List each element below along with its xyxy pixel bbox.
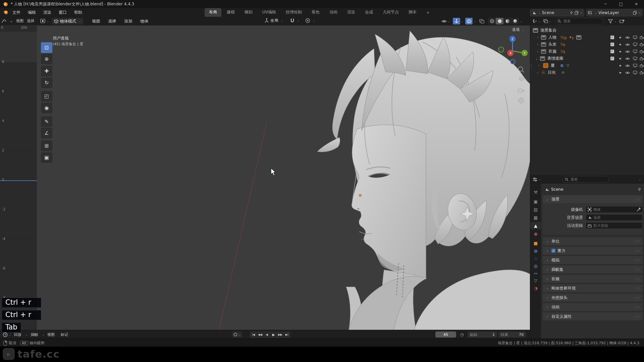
mesh-data-icon[interactable]: ▽ xyxy=(567,63,569,68)
graph-menu-select[interactable]: 选择 xyxy=(25,18,36,23)
row-label[interactable]: 头发 xyxy=(548,42,556,47)
chevron-down-icon[interactable]: ⌄ xyxy=(639,178,641,181)
jump-to-start-button[interactable]: |◀ xyxy=(250,332,257,338)
next-keyframe-button[interactable]: ▶▶ xyxy=(277,332,283,338)
filter-icon[interactable] xyxy=(608,19,613,23)
properties-search[interactable] xyxy=(562,176,609,183)
outliner-row-scene-collection[interactable]: 场景集合 xyxy=(530,27,644,34)
properties-editor-icon[interactable] xyxy=(532,177,538,182)
tab-particles[interactable]: ∴ xyxy=(530,255,541,262)
drag-grip-icon[interactable]: ∷∷ xyxy=(635,305,640,309)
hide-eye-icon[interactable] xyxy=(624,49,631,55)
selectable-icon[interactable]: ➤ xyxy=(617,49,624,55)
disable-render-icon[interactable] xyxy=(638,35,644,41)
play-button[interactable]: ▶ xyxy=(270,332,277,338)
prev-frame-button[interactable]: ◀ xyxy=(264,332,270,338)
hide-eye-icon[interactable] xyxy=(624,70,631,76)
drag-grip-icon[interactable]: ∷∷ xyxy=(635,315,640,318)
outliner-row-clothes[interactable]: › 衣服 ▽9 ✓ ➤ xyxy=(530,48,644,55)
selectable-icon[interactable]: ➤ xyxy=(617,56,624,62)
jump-to-end-button[interactable]: ▶| xyxy=(284,332,290,338)
tool-select-box[interactable]: ⊡ xyxy=(41,42,52,53)
shading-wireframe-button[interactable] xyxy=(488,18,496,24)
tab-scripting[interactable]: 脚本 xyxy=(404,8,421,17)
frame-end-field[interactable]: 结束70 xyxy=(498,331,526,338)
tab-shading[interactable]: 着色 xyxy=(307,8,324,17)
outliner-search[interactable] xyxy=(555,18,603,24)
expand-icon[interactable]: › xyxy=(536,43,540,46)
scene-name[interactable]: Scene xyxy=(542,10,568,15)
tab-physics[interactable]: ◎ xyxy=(530,262,541,269)
timeline-menu-playback[interactable]: 回放 xyxy=(11,332,24,337)
outliner-row-expression[interactable]: ⌄ 表情图案 ✓ ➤ xyxy=(530,55,644,62)
tool-scale[interactable]: ◰ xyxy=(41,91,52,102)
tab-constraints[interactable]: ∾ xyxy=(530,269,541,277)
row-label[interactable]: 场景集合 xyxy=(540,27,556,33)
display-mode-icon[interactable] xyxy=(543,19,548,23)
disable-render-icon[interactable] xyxy=(638,56,644,62)
remove-viewlayer-icon[interactable]: × xyxy=(638,11,641,15)
tab-tool[interactable]: ⚒ xyxy=(530,188,541,196)
editor-type-icon[interactable] xyxy=(40,19,46,23)
tab-material[interactable]: ◑ xyxy=(530,284,541,292)
visibility-eye-icon[interactable] xyxy=(441,19,447,23)
tab-layout[interactable]: 布局 xyxy=(205,8,221,17)
row-label[interactable]: 星 xyxy=(551,63,555,68)
menu-render[interactable]: 渲染 xyxy=(40,8,55,17)
frame-start-field[interactable]: 起始1 xyxy=(468,331,497,338)
viewport-menu-add[interactable]: 添加 xyxy=(120,18,136,24)
disable-viewport-icon[interactable] xyxy=(632,56,638,62)
sun-light-data-icon[interactable]: ☼ xyxy=(561,70,565,75)
overlays-toggle[interactable] xyxy=(465,18,473,24)
viewlayer-name[interactable]: ViewLayer xyxy=(598,10,632,15)
scene-selector[interactable]: ⌄ Scene × xyxy=(530,9,584,16)
collapse-icon[interactable]: ⌄ xyxy=(535,57,539,60)
hide-eye-icon[interactable] xyxy=(624,56,631,62)
tool-add-cube[interactable]: ⊞ xyxy=(41,140,52,151)
tab-output[interactable]: ▤ xyxy=(530,206,541,213)
outliner-row-character[interactable]: › 人物 ▽25 ✶2 ✓ ➤ xyxy=(530,34,644,41)
outliner-row-hair[interactable]: › 头发 ▽9 ✓ ➤ xyxy=(530,41,644,48)
tab-object-data[interactable]: ▽ xyxy=(530,277,541,284)
blender-menu-icon[interactable] xyxy=(3,10,9,15)
tab-animation[interactable]: 动画 xyxy=(325,8,342,17)
tab-sculpting[interactable]: 雕刻 xyxy=(240,8,257,17)
viewport-menu-view[interactable]: 视图 xyxy=(88,18,104,24)
tool-move[interactable]: ✚ xyxy=(41,66,52,76)
menu-window[interactable]: 窗口 xyxy=(55,8,70,17)
drag-grip-icon[interactable]: ∷∷ xyxy=(635,277,640,281)
close-button[interactable]: × xyxy=(629,0,644,8)
navigation-gizmo[interactable]: Z X Y xyxy=(497,34,529,67)
xray-toggle[interactable] xyxy=(478,18,485,24)
drag-grip-icon[interactable]: ∷∷ xyxy=(635,258,640,262)
selectable-icon[interactable]: ➤ xyxy=(617,63,624,69)
tab-compositing[interactable]: 合成 xyxy=(361,8,377,17)
tab-modifiers[interactable]: ⚙ xyxy=(530,247,541,255)
panel-units[interactable]: ›单位∷∷ xyxy=(543,237,643,245)
hide-eye-icon[interactable] xyxy=(624,42,631,48)
drag-grip-icon[interactable]: ∷∷ xyxy=(635,249,640,253)
exclude-checkbox[interactable]: ✓ xyxy=(609,49,615,55)
expand-icon[interactable]: › xyxy=(536,71,540,74)
row-label[interactable]: 日光 xyxy=(548,70,556,75)
tab-world[interactable]: ◉ xyxy=(530,230,541,237)
tool-add-primitive[interactable]: ▣ xyxy=(41,152,52,163)
background-scene-field[interactable]: 场景 xyxy=(586,214,643,221)
panel-gravity[interactable]: ›✓重力∷∷ xyxy=(543,247,643,255)
panel-rigid-body-world[interactable]: ›刚体世界环境∷∷ xyxy=(543,284,643,292)
camera-object-field[interactable]: 物体 xyxy=(586,206,643,213)
timeline-menu-marker[interactable]: 标记 xyxy=(58,332,71,337)
disable-viewport-icon[interactable] xyxy=(632,35,638,41)
viewport-menu-select[interactable]: 选择 xyxy=(104,18,120,24)
graph-menu-view[interactable]: 视图 xyxy=(15,18,25,23)
proportional-edit-icon[interactable] xyxy=(305,18,310,23)
drag-grip-icon[interactable]: ∷∷ xyxy=(635,296,640,300)
outliner-search-input[interactable] xyxy=(562,19,597,24)
tool-cursor[interactable]: ⊕ xyxy=(41,54,52,64)
gravity-checkbox[interactable]: ✓ xyxy=(551,249,555,253)
tab-uv-editing[interactable]: UV编辑 xyxy=(258,8,280,17)
options-dropdown[interactable]: 选项 ⌄ xyxy=(512,27,524,32)
disable-viewport-icon[interactable] xyxy=(632,49,638,55)
outliner-row-sunlight[interactable]: › ☉ 日光 ☼ ➤ xyxy=(530,69,644,76)
panel-simulation[interactable]: ›模拟∷∷ xyxy=(543,256,643,264)
